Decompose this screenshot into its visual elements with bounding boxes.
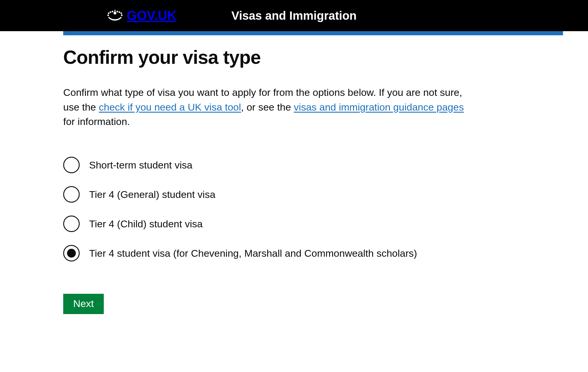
- brand-bar: [63, 31, 563, 35]
- govuk-wordmark: GOV.UK: [127, 8, 177, 23]
- visa-type-radio-group: Short-term student visa Tier 4 (General)…: [63, 157, 500, 261]
- check-visa-tool-link[interactable]: check if you need a UK visa tool: [99, 101, 241, 113]
- radio-option-short-term[interactable]: Short-term student visa: [63, 157, 500, 173]
- intro-paragraph: Confirm what type of visa you want to ap…: [63, 85, 475, 129]
- intro-text-2: , or see the: [241, 101, 294, 113]
- radio-icon: [63, 216, 80, 232]
- site-header: GOV.UK Visas and Immigration: [0, 0, 588, 31]
- radio-label: Tier 4 (General) student visa: [89, 189, 216, 200]
- radio-label: Tier 4 student visa (for Chevening, Mars…: [89, 248, 417, 259]
- radio-label: Short-term student visa: [89, 159, 192, 171]
- radio-option-tier4-child[interactable]: Tier 4 (Child) student visa: [63, 216, 500, 232]
- radio-icon: [63, 157, 80, 173]
- radio-icon: [63, 245, 80, 261]
- radio-label: Tier 4 (Child) student visa: [89, 218, 203, 230]
- radio-option-tier4-scholars[interactable]: Tier 4 student visa (for Chevening, Mars…: [63, 245, 500, 261]
- crown-icon: [107, 9, 123, 23]
- main-content: Confirm your visa type Confirm what type…: [0, 35, 500, 314]
- radio-icon: [63, 186, 80, 203]
- next-button[interactable]: Next: [63, 294, 104, 314]
- guidance-pages-link[interactable]: visas and immigration guidance pages: [294, 101, 464, 113]
- page-title: Confirm your visa type: [63, 47, 500, 68]
- intro-text-3: for information.: [63, 116, 130, 127]
- radio-option-tier4-general[interactable]: Tier 4 (General) student visa: [63, 186, 500, 203]
- govuk-logo-link[interactable]: GOV.UK: [107, 8, 177, 23]
